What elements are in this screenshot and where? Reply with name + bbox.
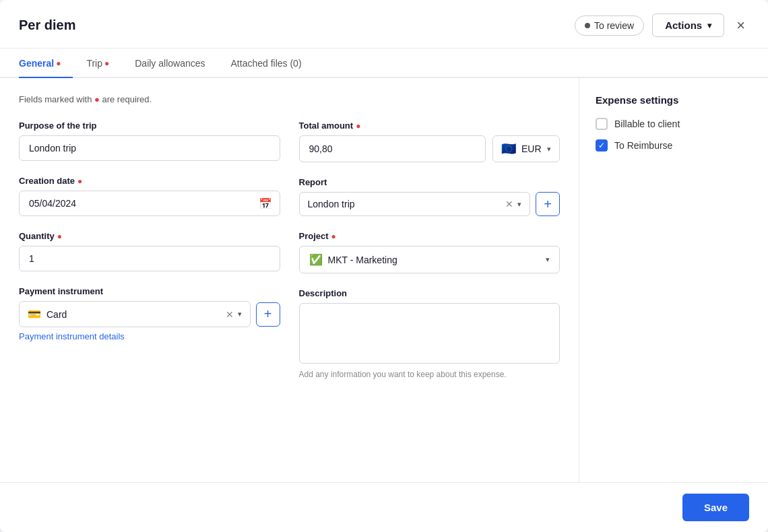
amount-row: 🇪🇺 EUR ▾ — [299, 135, 561, 162]
form-area: Fields marked with ● are required. Purpo… — [0, 78, 579, 482]
tab-general-label: General — [19, 58, 54, 69]
status-badge[interactable]: To review — [575, 15, 644, 36]
flag-icon: 🇪🇺 — [501, 141, 516, 156]
close-icon: × — [736, 17, 745, 34]
project-check-icon: ✅ — [309, 253, 323, 266]
payment-left: 💳 Card — [28, 308, 67, 321]
purpose-input[interactable] — [19, 135, 280, 161]
quantity-required: ● — [57, 232, 62, 241]
report-value: London trip — [308, 199, 355, 209]
project-select[interactable]: ✅ MKT - Marketing ▾ — [299, 246, 561, 273]
billable-row: Billable to client — [596, 118, 752, 130]
billable-checkbox[interactable] — [596, 118, 608, 130]
card-icon: 💳 — [28, 308, 41, 321]
tab-trip-label: Trip — [86, 58, 102, 69]
description-group: Description Add any information you want… — [299, 288, 561, 379]
payment-icons: ✕ ▾ — [226, 309, 242, 320]
project-dropdown-icon: ▾ — [546, 255, 550, 264]
project-group: Project ● ✅ MKT - Marketing ▾ — [299, 231, 561, 273]
sidebar-title: Expense settings — [596, 94, 752, 106]
tabs: General ● Trip ● Daily allowances Attach… — [0, 48, 768, 78]
tab-trip[interactable]: Trip ● — [86, 48, 121, 78]
purpose-label: Purpose of the trip — [19, 121, 280, 131]
report-select[interactable]: London trip ✕ ▾ — [299, 192, 531, 216]
project-value: MKT - Marketing — [328, 255, 397, 265]
currency-dropdown-icon: ▾ — [547, 145, 551, 154]
tab-general-required: ● — [56, 59, 61, 68]
description-label: Description — [299, 288, 561, 298]
modal-body: Fields marked with ● are required. Purpo… — [0, 78, 768, 482]
payment-text: Card — [46, 309, 67, 320]
header-actions: To review Actions ▾ × — [575, 13, 749, 37]
close-button[interactable]: × — [732, 17, 749, 34]
required-note: Fields marked with ● are required. — [19, 94, 560, 104]
report-group: Report London trip ✕ ▾ + — [299, 177, 561, 216]
quantity-group: Quantity ● — [19, 231, 280, 271]
currency-select[interactable]: 🇪🇺 EUR ▾ — [492, 135, 560, 162]
chevron-down-icon: ▾ — [707, 21, 711, 30]
form-col-right: Total amount ● 🇪🇺 EUR ▾ — [299, 121, 561, 394]
reimburse-checkbox[interactable] — [596, 139, 608, 152]
payment-clear-icon[interactable]: ✕ — [226, 309, 234, 320]
description-textarea[interactable] — [299, 303, 561, 364]
tab-trip-required: ● — [104, 59, 109, 68]
payment-label: Payment instrument — [19, 286, 280, 296]
report-dropdown-icon: ▾ — [517, 200, 521, 209]
form-col-left: Purpose of the trip Creation date ● 📅 — [19, 121, 280, 394]
total-amount-required: ● — [356, 121, 360, 131]
required-dot: ● — [94, 94, 100, 104]
billable-label: Billable to client — [614, 119, 680, 129]
report-clear-icon[interactable]: ✕ — [505, 199, 513, 209]
report-label: Report — [299, 177, 561, 187]
status-label: To review — [594, 20, 634, 31]
creation-date-required: ● — [77, 176, 82, 186]
quantity-input[interactable] — [19, 246, 280, 271]
report-row: London trip ✕ ▾ + — [299, 192, 561, 216]
save-button[interactable]: Save — [682, 494, 749, 521]
payment-instrument-details-link[interactable]: Payment instrument details — [19, 331, 125, 341]
actions-button[interactable]: Actions ▾ — [652, 13, 724, 37]
payment-group: Payment instrument 💳 Card ✕ ▾ — [19, 286, 280, 341]
reimburse-label: To Reimburse — [614, 140, 672, 151]
tab-daily-allowances[interactable]: Daily allowances — [135, 48, 217, 78]
project-left: ✅ MKT - Marketing — [309, 253, 397, 266]
form-columns: Purpose of the trip Creation date ● 📅 — [19, 121, 560, 394]
modal-footer: Save — [0, 482, 768, 532]
creation-date-group: Creation date ● 📅 — [19, 176, 280, 216]
tab-daily-allowances-label: Daily allowances — [135, 58, 205, 69]
project-required: ● — [331, 232, 336, 241]
currency-label: EUR — [521, 143, 542, 154]
creation-date-input[interactable] — [19, 191, 280, 216]
description-hint: Add any information you want to keep abo… — [299, 370, 561, 379]
tab-attached-files-label: Attached files (0) — [231, 58, 302, 69]
reimburse-row: To Reimburse — [596, 139, 752, 152]
payment-add-button[interactable]: + — [256, 302, 280, 327]
per-diem-modal: Per diem To review Actions ▾ × General ●… — [0, 0, 768, 532]
creation-date-wrapper: 📅 — [19, 191, 280, 216]
actions-label: Actions — [665, 20, 702, 31]
quantity-label: Quantity ● — [19, 231, 280, 241]
purpose-group: Purpose of the trip — [19, 121, 280, 161]
sidebar: Expense settings Billable to client To R… — [579, 78, 768, 482]
report-add-button[interactable]: + — [536, 192, 560, 216]
report-select-icons: ✕ ▾ — [505, 199, 521, 209]
payment-dropdown-icon: ▾ — [238, 310, 242, 319]
creation-date-label: Creation date ● — [19, 176, 280, 186]
total-amount-label: Total amount ● — [299, 121, 561, 131]
modal-header: Per diem To review Actions ▾ × — [0, 0, 768, 48]
project-label: Project ● — [299, 231, 561, 241]
amount-input[interactable] — [299, 135, 486, 162]
payment-row: 💳 Card ✕ ▾ + — [19, 301, 280, 327]
tab-general[interactable]: General ● — [19, 48, 73, 78]
total-amount-group: Total amount ● 🇪🇺 EUR ▾ — [299, 121, 561, 162]
modal-title: Per diem — [19, 18, 75, 33]
status-dot — [585, 23, 590, 28]
tab-attached-files[interactable]: Attached files (0) — [231, 48, 314, 78]
payment-select[interactable]: 💳 Card ✕ ▾ — [19, 301, 251, 327]
